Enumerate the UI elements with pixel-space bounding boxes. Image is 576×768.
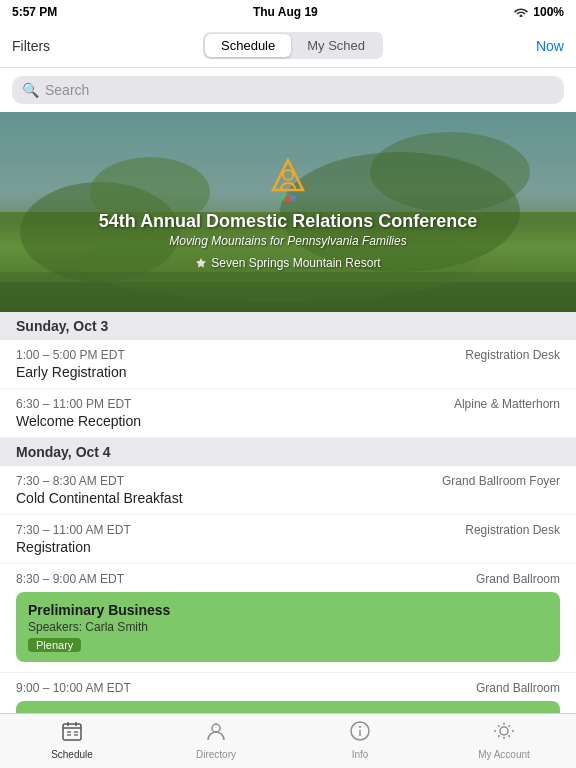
day-header-monday: Monday, Oct 4 [0, 438, 576, 466]
hero-banner: 54th Annual Domestic Relations Conferenc… [0, 112, 576, 312]
svg-marker-7 [273, 160, 303, 190]
top-nav: Filters Schedule My Sched Now [0, 24, 576, 68]
tab-directory-label: Directory [196, 749, 236, 760]
segment-control: Schedule My Sched [203, 32, 383, 59]
filters-label[interactable]: Filters [12, 38, 50, 54]
session-card-preliminary[interactable]: Preliminary Business Speakers: Carla Smi… [16, 592, 560, 662]
svg-marker-12 [196, 258, 206, 268]
schedule-content: Sunday, Oct 3 1:00 – 5:00 PM EDT Registr… [0, 312, 576, 768]
hero-subtitle: Moving Mountains for Pennsylvania Famili… [169, 234, 406, 248]
battery-label: 100% [533, 5, 564, 19]
plenary-badge-1: Plenary [28, 638, 81, 652]
info-tab-icon [349, 720, 371, 747]
svg-point-24 [359, 726, 361, 728]
schedule-tab-icon [61, 720, 83, 747]
status-right: 100% [513, 5, 564, 20]
svg-point-8 [283, 170, 293, 180]
tab-directory[interactable]: Directory [181, 720, 251, 760]
wifi-icon [513, 5, 529, 20]
tab-schedule[interactable]: Schedule [37, 720, 107, 760]
search-input[interactable] [45, 82, 554, 98]
day-header-sunday: Sunday, Oct 3 [0, 312, 576, 340]
mysched-tab-btn[interactable]: My Sched [291, 34, 381, 57]
hero-overlay: 54th Annual Domestic Relations Conferenc… [0, 112, 576, 312]
tab-info-label: Info [352, 749, 369, 760]
session-welcome-reception[interactable]: 6:30 – 11:00 PM EDT Alpine & Matterhorn … [0, 389, 576, 438]
svg-point-21 [212, 724, 220, 732]
directory-tab-icon [205, 720, 227, 747]
session-registration[interactable]: 7:30 – 11:00 AM EDT Registration Desk Re… [0, 515, 576, 564]
search-input-wrap: 🔍 [12, 76, 564, 104]
now-button[interactable]: Now [536, 38, 564, 54]
tab-bar: Schedule Directory Info My Account [0, 713, 576, 768]
tab-myaccount[interactable]: My Account [469, 720, 539, 760]
tab-myaccount-label: My Account [478, 749, 530, 760]
tab-schedule-label: Schedule [51, 749, 93, 760]
status-bar: 5:57 PM Thu Aug 19 100% [0, 0, 576, 24]
hero-venue: Seven Springs Mountain Resort [195, 256, 380, 270]
conference-logo [263, 155, 313, 205]
myaccount-tab-icon [493, 720, 515, 747]
tab-info[interactable]: Info [325, 720, 395, 760]
session-early-registration[interactable]: 1:00 – 5:00 PM EDT Registration Desk Ear… [0, 340, 576, 389]
session-preliminary-business[interactable]: 8:30 – 9:00 AM EDT Grand Ballroom Prelim… [0, 564, 576, 673]
status-time: 5:57 PM [12, 5, 57, 19]
svg-rect-13 [63, 724, 81, 740]
search-icon: 🔍 [22, 82, 39, 98]
search-bar: 🔍 [0, 68, 576, 112]
status-day: Thu Aug 19 [253, 5, 318, 19]
hero-title: 54th Annual Domestic Relations Conferenc… [79, 211, 497, 232]
session-breakfast[interactable]: 7:30 – 8:30 AM EDT Grand Ballroom Foyer … [0, 466, 576, 515]
schedule-tab-btn[interactable]: Schedule [205, 34, 291, 57]
svg-point-25 [500, 727, 508, 735]
